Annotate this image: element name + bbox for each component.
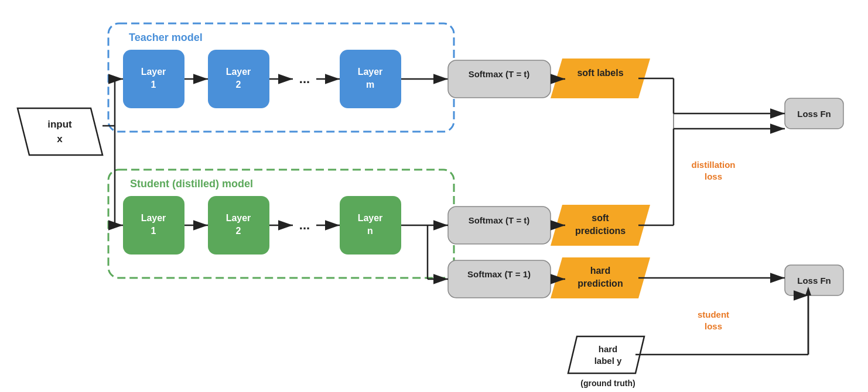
input-x-label: x	[57, 133, 63, 145]
distillation-loss-text2: loss	[705, 171, 722, 181]
teacher-layer2-label2: 2	[236, 80, 241, 90]
diagram-container: input x Teacher model Layer 1 Layer 2 ..…	[0, 0, 868, 392]
loss-fn-top-label: Loss Fn	[797, 109, 831, 119]
hard-prediction-text1: hard	[590, 266, 611, 276]
softmax-student-t-label: Softmax (T = t)	[469, 215, 530, 225]
softmax-teacher-box	[448, 60, 551, 98]
student-layer2-label2: 2	[236, 226, 241, 236]
teacher-layerm-label1: Layer	[358, 67, 383, 77]
hard-prediction-shape	[551, 257, 650, 298]
student-loss-text1: student	[698, 310, 729, 319]
hard-label-shape	[568, 336, 644, 373]
student-layern-box	[340, 196, 401, 255]
student-layer2-box	[208, 196, 269, 255]
ground-truth-text: (ground truth)	[580, 379, 635, 388]
teacher-dots: ...	[299, 71, 310, 86]
soft-predictions-shape	[551, 205, 650, 246]
teacher-layer2-box	[208, 50, 269, 108]
soft-predictions-text2: predictions	[575, 226, 626, 236]
student-layern-label1: Layer	[358, 213, 383, 223]
teacher-layer2-label1: Layer	[226, 67, 251, 77]
diagram-svg: input x Teacher model Layer 1 Layer 2 ..…	[0, 0, 868, 392]
student-layer2-label1: Layer	[226, 213, 251, 223]
softmax-teacher-label1: Softmax (T = t)	[469, 69, 530, 79]
soft-labels-text1: soft labels	[577, 68, 623, 78]
student-layer1-label1: Layer	[141, 213, 166, 223]
teacher-layer1-label1: Layer	[141, 67, 166, 77]
student-layer1-label2: 1	[151, 226, 156, 236]
loss-fn-bot-label: Loss Fn	[797, 276, 831, 286]
distillation-loss-text1: distillation	[692, 160, 736, 170]
softmax-student-t-box	[448, 207, 551, 244]
teacher-layerm-label2: m	[366, 80, 374, 90]
softmax-student-1-label: Softmax (T = 1)	[467, 269, 531, 279]
soft-labels-shape	[551, 59, 650, 98]
hard-label-text2: label y	[594, 356, 622, 366]
input-box	[18, 108, 102, 155]
student-dots: ...	[299, 218, 310, 232]
student-layer1-box	[123, 196, 184, 255]
teacher-layer1-label2: 1	[151, 80, 156, 90]
softmax-student-1-box	[448, 260, 551, 298]
hard-label-text1: hard	[599, 344, 618, 354]
student-layern-label2: n	[367, 226, 373, 236]
teacher-label: Teacher model	[129, 32, 203, 43]
soft-predictions-text1: soft	[592, 213, 609, 223]
input-label: input	[47, 119, 72, 130]
teacher-layerm-box	[340, 50, 401, 108]
teacher-layer1-box	[123, 50, 184, 108]
student-label: Student (distilled) model	[130, 178, 253, 190]
student-loss-text2: loss	[705, 321, 722, 331]
hard-prediction-text2: prediction	[577, 278, 623, 288]
